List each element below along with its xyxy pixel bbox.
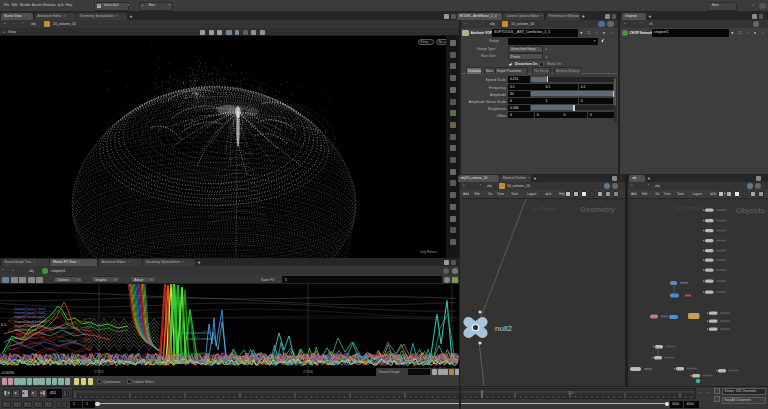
svg-text:200: 200: [568, 390, 574, 394]
svg-text:chopnet1/wave2:chan2: chopnet1/wave2:chan2: [14, 315, 46, 319]
svg-text:chopnet1/wave4:chan3: chopnet1/wave4:chan3: [46, 326, 78, 330]
svg-text:Vex Builder: Vex Builder: [530, 206, 558, 212]
svg-text:Geometry: Geometry: [580, 205, 616, 214]
svg-text:chopnet1/spring4f06: chopnet1/spring4f06: [177, 352, 205, 356]
svg-text:chopnet1/noise2:ch1: chopnet1/noise2:ch1: [16, 336, 45, 340]
svg-text:lorg blocks: lorg blocks: [676, 205, 703, 211]
svg-text:Objects: Objects: [736, 206, 766, 215]
svg-text:2761: 2761: [94, 369, 104, 374]
svg-text:2766: 2766: [303, 369, 313, 374]
svg-text:chopnet1/constant11: chopnet1/constant11: [186, 337, 215, 341]
svg-text:chopnet1/wave4D08: chopnet1/wave4D08: [182, 331, 210, 335]
svg-text:0.5: 0.5: [1, 323, 6, 327]
svg-text:null2: null2: [495, 324, 512, 333]
svg-text:-0.0096: -0.0096: [1, 371, 14, 375]
svg-text:chopnet1/lag1: chopnet1/lag1: [58, 339, 78, 343]
